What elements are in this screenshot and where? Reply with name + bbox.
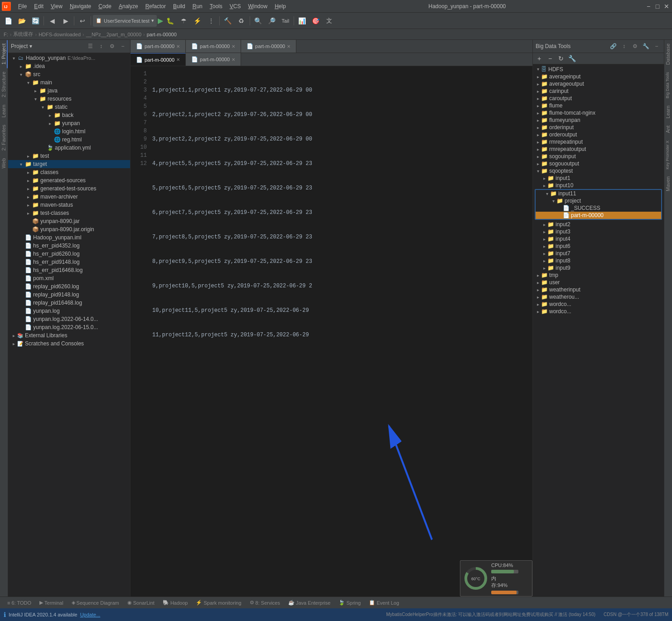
project-gear-button[interactable]: ⚙ — [107, 42, 116, 51]
project-tab[interactable]: 1: Project — [0, 40, 8, 68]
hdfs-item[interactable]: ▸📁flumeyunpan — [533, 116, 664, 124]
presentation-button[interactable]: 📊 — [296, 15, 309, 27]
profiler-button[interactable]: ⚡ — [191, 15, 204, 27]
list-item[interactable]: ▸ 📁 yunpan — [8, 119, 130, 127]
list-item[interactable]: 📄 hs_err_pid6260.log — [8, 250, 130, 258]
hdfs-project-item[interactable]: ▾📁project — [536, 197, 661, 204]
key-promoter-tab[interactable]: Key Promoter X — [664, 137, 672, 173]
menu-tools[interactable]: Tools — [206, 2, 226, 10]
project-minimize-button[interactable]: − — [118, 42, 127, 51]
hdfs-item[interactable]: ▸📁flume — [533, 102, 664, 109]
list-item[interactable]: ▸ 📁 classes — [8, 168, 130, 176]
tab-close-button[interactable]: ✕ — [287, 44, 290, 49]
project-scroll-button[interactable]: ↕ — [97, 42, 106, 51]
menu-run[interactable]: Run — [189, 2, 206, 10]
hdfs-item[interactable]: ▸📁orderinput — [533, 124, 664, 131]
list-item[interactable]: 🌐 login.html — [8, 127, 130, 136]
event-log-tab[interactable]: 📋 Event Log — [365, 599, 403, 606]
menu-analyze[interactable]: Analyze — [115, 2, 142, 10]
todo-tab[interactable]: ≡ 6: TODO — [4, 599, 35, 606]
list-item[interactable]: ▸ 📁 .idea — [8, 62, 130, 70]
hdfs-input11-item[interactable]: ▾📁input11 — [536, 190, 661, 197]
java-enterprise-tab[interactable]: ☕ Java Enterprise — [285, 599, 334, 606]
hadoop-tab[interactable]: 🐘 Hadoop — [159, 599, 192, 606]
list-item[interactable]: ▾ 📁 main — [8, 78, 130, 87]
hdfs-item[interactable]: ▸📁tmp — [533, 272, 664, 279]
menu-refactor[interactable]: Refactor — [142, 2, 169, 10]
list-item[interactable]: 🍃 application.yml — [8, 144, 130, 152]
translate-button[interactable]: 文 — [323, 15, 336, 27]
find-button[interactable]: 🔎 — [266, 15, 278, 27]
update-link[interactable]: Update... — [80, 612, 101, 617]
list-item[interactable]: ▾ 📦 src — [8, 70, 130, 78]
bdt-remove-button[interactable]: − — [546, 54, 555, 63]
editor-tab[interactable]: 📄 part-m-00000 ✕ — [186, 40, 241, 53]
list-item[interactable]: ▸ 📁 test — [8, 152, 130, 160]
learn-side-tab[interactable]: Learn — [664, 102, 672, 122]
hdfs-item[interactable]: ▸📁flume-tomcat-nginx — [533, 109, 664, 116]
hdfs-success-item[interactable]: 📄_SUCCESS — [536, 204, 661, 212]
list-item[interactable]: 📦 yunpan-8090.jar.origin — [8, 225, 130, 233]
new-file-button[interactable]: 📄 — [2, 15, 15, 27]
list-item[interactable]: 📦 yunpan-8090.jar — [8, 217, 130, 225]
list-item[interactable]: 📄 replay_pid9148.log — [8, 291, 130, 299]
breadcrumb-drive[interactable]: F: — [4, 32, 8, 37]
terminal-tab[interactable]: ▶ Terminal — [36, 599, 67, 606]
hdfs-item[interactable]: ▸📁orderoutput — [533, 131, 664, 138]
hdfs-item[interactable]: ▸📁input3 — [533, 228, 664, 235]
menu-edit[interactable]: Edit — [30, 2, 47, 10]
ant-tab[interactable]: Ant — [664, 122, 672, 137]
bdt-collapse-button[interactable]: ↕ — [619, 42, 628, 51]
sequence-diagram-tab[interactable]: ◈ Sequence Diagram — [68, 599, 123, 606]
more-run-button[interactable]: ⋮ — [205, 15, 218, 27]
menu-help[interactable]: Help — [271, 2, 290, 10]
services-tab[interactable]: ⚙ 8: Services — [246, 599, 284, 606]
list-item[interactable]: ▾ 📁 resources — [8, 95, 130, 103]
close-button[interactable]: ✕ — [663, 3, 670, 10]
bdt-settings-button[interactable]: 🔧 — [641, 42, 650, 51]
menu-build[interactable]: Build — [169, 2, 189, 10]
hdfs-item[interactable]: ▸📁weatherinput — [533, 286, 664, 293]
hdfs-sqooptest-item[interactable]: ▾📁sqooptest — [533, 167, 664, 175]
tab-close-button[interactable]: ✕ — [232, 44, 235, 49]
list-item[interactable]: ▸ 📁 generated-sources — [8, 176, 130, 184]
list-item[interactable]: ▾ 📁 static — [8, 103, 130, 111]
zen-button[interactable]: 🎯 — [309, 15, 322, 27]
hdfs-item[interactable]: ▸📁input9 — [533, 264, 664, 272]
hdfs-item[interactable]: ▸📁sogouinput — [533, 153, 664, 160]
list-item[interactable]: ▸ 📁 java — [8, 87, 130, 95]
list-item[interactable]: ▾ 🗂 Hadoop_yunpan E:\IdeaPro... — [8, 54, 130, 62]
tab-close-button[interactable]: ✕ — [176, 57, 180, 62]
coverage-button[interactable]: ☂ — [178, 15, 190, 27]
debug-button[interactable]: 🐛 — [164, 15, 177, 27]
spring-tab[interactable]: 🍃 Spring — [335, 599, 364, 606]
sonarlint-tab[interactable]: ◉ SonarLint — [124, 599, 158, 606]
tab-close-button[interactable]: ✕ — [176, 44, 180, 49]
hdfs-item[interactable]: ▸📁input10 — [533, 182, 664, 189]
tail-button[interactable]: Tail — [279, 15, 292, 27]
search-everywhere-button[interactable]: 🔍 — [252, 15, 265, 27]
list-item[interactable]: ▸ 📁 generated-test-sources — [8, 184, 130, 193]
hdfs-item[interactable]: ▸📁rmrepeatoutput — [533, 146, 664, 153]
list-item[interactable]: 📄 pom.xml — [8, 274, 130, 282]
list-item[interactable]: 📄 yunpan.log.2022-06-15.0... — [8, 323, 130, 331]
bdt-add-button[interactable]: + — [535, 54, 544, 63]
menu-view[interactable]: View — [47, 2, 66, 10]
bdt-sync-button[interactable]: ↻ — [556, 54, 566, 63]
list-item[interactable]: ▸ 📁 test-classes — [8, 209, 130, 217]
list-item[interactable]: 📄 hs_err_pid16468.log — [8, 266, 130, 274]
hdfs-item[interactable]: ▸📁caroutput — [533, 95, 664, 102]
hdfs-item[interactable]: ▾ 🗄 HDFS — [533, 65, 664, 73]
hdfs-item[interactable]: ▸📁input2 — [533, 221, 664, 228]
list-item[interactable]: 📄 Hadoop_yunpan.iml — [8, 233, 130, 242]
hdfs-item[interactable]: ▸📁sogououtput — [533, 160, 664, 167]
bdt-minimize-button[interactable]: − — [652, 42, 661, 51]
database-tab[interactable]: Database — [664, 40, 672, 68]
hdfs-item[interactable]: ▸📁wordco... — [533, 301, 664, 308]
big-data-tools-tab[interactable]: Big Data Tools — [664, 68, 672, 102]
hdfs-item[interactable]: ▸📁averageoutput — [533, 80, 664, 87]
hdfs-item[interactable]: ▸📁input1 — [533, 175, 664, 182]
bdt-gear-button[interactable]: ⚙ — [630, 42, 639, 51]
minimize-button[interactable]: − — [645, 3, 652, 10]
breadcrumb-2[interactable]: HDFS-downloaded — [39, 32, 81, 37]
